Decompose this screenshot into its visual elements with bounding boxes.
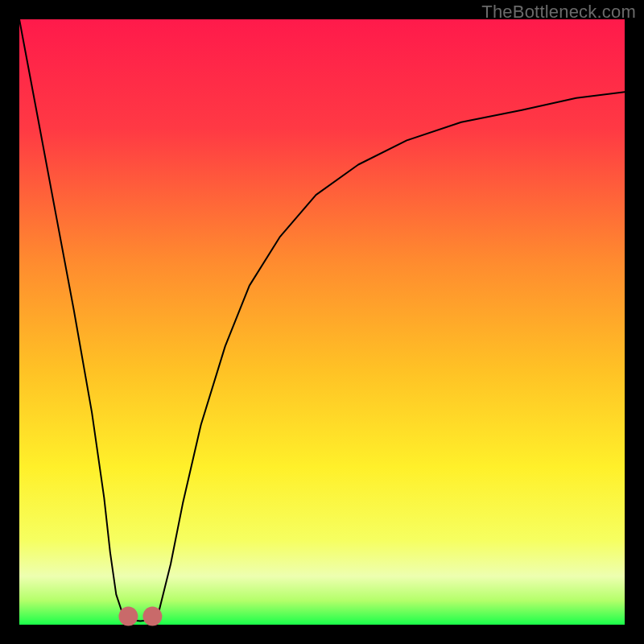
chart-overlay [0, 0, 644, 644]
valley-marker [142, 607, 162, 626]
watermark-label: TheBottleneck.com [481, 2, 636, 23]
valley-marker [118, 607, 138, 626]
bottleneck-curve [19, 19, 625, 621]
chart-frame: TheBottleneck.com [0, 0, 644, 644]
